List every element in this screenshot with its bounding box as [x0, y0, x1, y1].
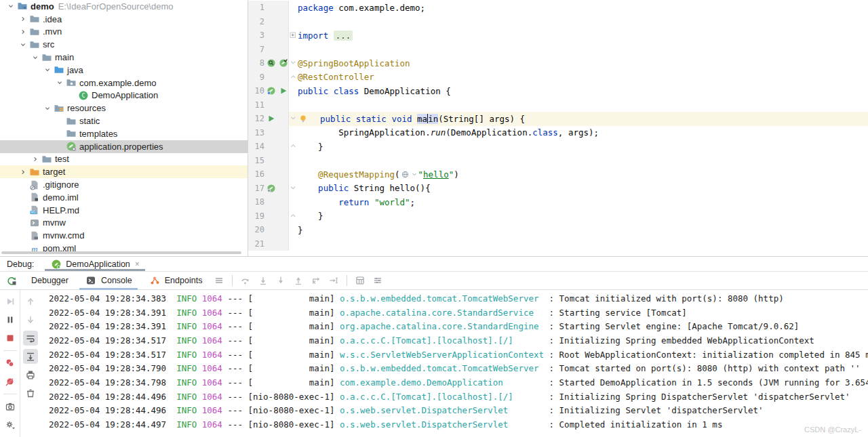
code-editor[interactable]: 1package com.example.demo;23import ...78…	[248, 0, 868, 256]
tree-item-static[interactable]: static	[0, 115, 248, 127]
code-text[interactable]: @RestController	[298, 70, 868, 85]
editor-line-10[interactable]: 10public class DemoApplication {	[248, 84, 868, 98]
editor-line-13[interactable]: 13 SpringApplication.run(DemoApplication…	[248, 126, 868, 140]
chevron-down-icon[interactable]	[42, 104, 53, 113]
tree-horizontal-scrollbar[interactable]	[1, 251, 241, 254]
fold-marker-icon[interactable]	[289, 56, 298, 70]
code-text[interactable]: import ...	[298, 28, 868, 43]
chevron-right-icon[interactable]	[18, 14, 28, 24]
project-tree-panel[interactable]: demoE:\IdeaForOpenSource\demo.idea.mvnsr…	[0, 0, 248, 256]
scroll-end-button[interactable]	[23, 349, 38, 364]
editor-line-20[interactable]: 20}	[248, 223, 868, 237]
tree-item-mvnw[interactable]: mvnw	[0, 217, 248, 230]
editor-line-3[interactable]: 3import ...	[248, 28, 868, 43]
tree-item-com-example-demo[interactable]: com.example.demo	[0, 77, 248, 89]
run-to-cursor-button[interactable]	[325, 273, 342, 288]
force-step-into-button[interactable]	[272, 273, 290, 288]
soft-wrap-button[interactable]	[23, 331, 38, 346]
trace-button[interactable]	[369, 273, 387, 288]
pause-button[interactable]	[3, 312, 18, 327]
globe-inline-icon[interactable]	[401, 170, 410, 179]
tree-item-demo-iml[interactable]: demo.iml	[0, 191, 248, 204]
evaluate-button[interactable]	[351, 273, 369, 288]
editor-line-7[interactable]: 7	[248, 43, 868, 57]
print-button[interactable]	[23, 367, 38, 382]
tree-item-resources[interactable]: resources	[0, 102, 248, 115]
editor-line-15[interactable]: 15	[248, 154, 868, 168]
arrow-down-button[interactable]	[23, 312, 38, 327]
code-text[interactable]: SpringApplication.run(DemoApplication.cl…	[298, 126, 868, 140]
tree-item--idea[interactable]: .idea	[0, 13, 248, 26]
chevron-right-icon[interactable]	[30, 154, 41, 164]
chevron-down-icon[interactable]	[5, 1, 16, 11]
tab-debugger[interactable]: Debugger	[23, 272, 77, 290]
code-text[interactable]: }	[298, 140, 868, 154]
editor-line-12[interactable]: 12 public static void main(String[] args…	[248, 112, 868, 126]
stop-button[interactable]	[3, 331, 18, 346]
fold-marker-icon[interactable]	[289, 28, 298, 43]
chevron-down-icon[interactable]	[54, 78, 65, 87]
fold-marker-icon[interactable]	[289, 140, 298, 154]
editor-line-21[interactable]: 21	[248, 237, 868, 251]
code-text[interactable]	[298, 237, 868, 251]
close-icon[interactable]: ×	[135, 259, 140, 269]
fold-marker-icon[interactable]	[289, 70, 298, 85]
code-text[interactable]: @RequestMapping("hello")	[298, 167, 868, 182]
code-text[interactable]: }	[298, 209, 868, 224]
code-text[interactable]	[298, 43, 868, 57]
mute-breakpoints-button[interactable]	[3, 374, 18, 389]
editor-line-11[interactable]: 11	[248, 98, 868, 112]
debug-run-config-tab[interactable]: DemoApplication ×	[45, 257, 145, 271]
code-text[interactable]: @SpringBootApplication	[298, 56, 868, 70]
code-text[interactable]: package com.example.demo;	[298, 1, 868, 15]
menu-button[interactable]	[210, 273, 228, 288]
arrow-up-button[interactable]	[23, 294, 38, 309]
tree-item-templates[interactable]: templates	[0, 127, 248, 140]
code-text[interactable]: }	[298, 223, 868, 237]
tab-endpoints[interactable]: Endpoints	[140, 272, 211, 290]
editor-line-1[interactable]: 1package com.example.demo;	[248, 1, 868, 15]
tree-item--mvn[interactable]: .mvn	[0, 26, 248, 39]
run-gutter-icon[interactable]	[279, 86, 288, 96]
tree-item-mvnw-cmd[interactable]: mvnw.cmd	[0, 229, 248, 242]
reset-frame-button[interactable]	[307, 273, 325, 288]
editor-line-19[interactable]: 19 }	[248, 209, 868, 224]
settings-button[interactable]	[3, 417, 18, 432]
tree-item--gitignore[interactable]: .gitignore	[0, 178, 248, 191]
tab-console[interactable]: Console	[77, 272, 140, 290]
code-text[interactable]: return "world";	[298, 195, 868, 209]
tree-item-application-properties[interactable]: application.properties	[0, 140, 248, 153]
editor-line-2[interactable]: 2	[248, 15, 868, 29]
fold-marker-icon[interactable]	[289, 209, 298, 224]
code-text[interactable]: public String hello(){	[298, 182, 868, 196]
trash-button[interactable]	[23, 386, 38, 400]
editor-line-9[interactable]: 9@RestController	[248, 70, 868, 85]
tree-item-main[interactable]: main	[0, 51, 248, 64]
editor-line-17[interactable]: 17 public String hello(){	[248, 182, 868, 196]
tree-item-help-md[interactable]: MDHELP.md	[0, 204, 248, 217]
code-text[interactable]: public static void main(String[] args) {	[298, 112, 868, 126]
tree-item-target[interactable]: target	[0, 165, 248, 178]
rerun-button[interactable]	[3, 273, 20, 288]
tree-item-java[interactable]: java	[0, 64, 248, 77]
editor-line-18[interactable]: 18 return "world";	[248, 195, 868, 209]
intention-bulb-icon[interactable]	[298, 114, 308, 123]
run-gutter-icon[interactable]	[267, 114, 276, 123]
breakpoints-button[interactable]	[3, 356, 18, 371]
tree-item-test[interactable]: test	[0, 153, 248, 166]
console-output[interactable]: 2022-05-04 19:28:34.383 INFO 1064 --- [ …	[41, 290, 868, 437]
chevron-down-icon[interactable]	[18, 40, 28, 49]
code-text[interactable]	[298, 15, 868, 29]
fold-marker-icon[interactable]	[289, 112, 298, 126]
chevron-right-icon[interactable]	[18, 27, 28, 37]
chevron-down-icon[interactable]	[42, 65, 53, 75]
fold-marker-icon[interactable]	[289, 182, 298, 196]
editor-line-16[interactable]: 16 @RequestMapping("hello")	[248, 167, 868, 182]
step-over-button[interactable]	[237, 273, 254, 288]
editor-line-8[interactable]: 8@SpringBootApplication	[248, 56, 868, 70]
code-text[interactable]	[298, 98, 868, 112]
chevron-right-icon[interactable]	[18, 167, 28, 177]
editor-line-14[interactable]: 14 }	[248, 140, 868, 154]
code-text[interactable]	[298, 154, 868, 168]
step-into-button[interactable]	[254, 273, 272, 288]
